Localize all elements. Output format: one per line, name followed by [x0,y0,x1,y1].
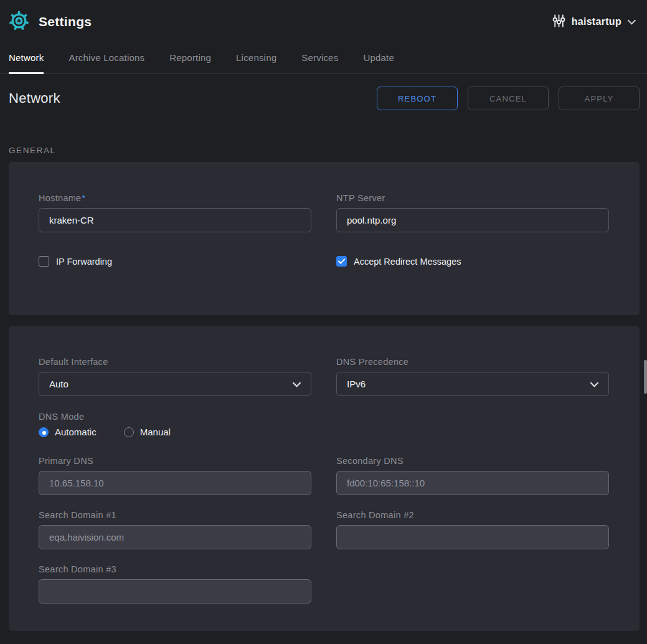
secondary-dns-input [336,471,609,495]
tab-bar: Network Archive Locations Reporting Lice… [0,44,647,74]
reboot-button[interactable]: REBOOT [377,87,458,110]
page-toolbar: Network REBOOT CANCEL APPLY [9,87,640,110]
accept-redirect-checkbox[interactable] [336,256,347,267]
tab-archive-locations[interactable]: Archive Locations [68,52,144,74]
primary-dns-field-group: Primary DNS [39,456,311,495]
default-interface-value: Auto [49,379,68,389]
ntp-server-field-group: NTP Server [336,193,609,232]
dns-mode-manual-radio[interactable] [124,427,134,437]
app-title: Settings [39,14,92,29]
default-interface-label: Default Interface [39,357,311,367]
checkmark-icon [338,258,345,264]
search-domain-2-input [336,525,609,549]
app-header: Settings haistartup [0,0,647,44]
required-asterisk: * [82,193,86,203]
page-title: Network [9,90,60,107]
dns-mode-automatic-radio-row[interactable]: Automatic [39,427,97,437]
search-domain-1-label: Search Domain #1 [39,510,311,521]
dns-mode-field-group: DNS Mode Automatic Manual [39,412,610,437]
dns-mode-automatic-label: Automatic [55,427,97,437]
dns-mode-label: DNS Mode [39,412,610,422]
dns-precedence-select[interactable]: IPv6 [336,372,609,396]
ntp-server-input[interactable] [336,208,609,232]
dns-mode-manual-label: Manual [140,427,171,437]
tab-reporting[interactable]: Reporting [169,52,211,74]
cancel-button[interactable]: CANCEL [468,87,549,110]
ntp-server-label: NTP Server [336,193,609,204]
search-domain-1-field-group: Search Domain #1 [39,510,311,549]
tab-update[interactable]: Update [363,52,394,74]
search-domain-2-label: Search Domain #2 [336,510,609,521]
search-domain-3-input [39,579,311,604]
general-section-label: GENERAL [9,146,638,155]
tab-network[interactable]: Network [9,52,44,74]
user-menu[interactable]: haistartup [552,14,636,31]
tab-services[interactable]: Services [301,52,338,74]
network-settings-card: Default Interface Auto DNS Precedence IP… [9,326,640,631]
chevron-down-icon [590,379,598,390]
hostname-label: Hostname* [39,193,311,204]
default-interface-select[interactable]: Auto [39,372,311,396]
apply-button[interactable]: APPLY [559,87,640,110]
accept-redirect-label: Accept Redirect Messages [354,257,461,267]
dns-precedence-label: DNS Precedence [336,357,609,367]
tab-licensing[interactable]: Licensing [236,52,276,74]
secondary-dns-label: Secondary DNS [336,456,609,466]
ip-forwarding-checkbox[interactable] [39,256,49,267]
primary-dns-input [39,471,311,495]
chevron-down-icon [628,16,636,27]
user-name: haistartup [572,16,621,27]
secondary-dns-field-group: Secondary DNS [336,456,609,495]
settings-gear-icon [9,11,29,34]
dns-mode-automatic-radio[interactable] [39,427,49,437]
primary-dns-label: Primary DNS [39,456,311,466]
dns-precedence-field-group: DNS Precedence IPv6 [336,357,609,396]
chevron-down-icon [293,379,301,390]
ip-forwarding-label: IP Forwarding [56,257,112,267]
search-domain-3-label: Search Domain #3 [39,564,311,575]
dns-mode-manual-radio-row[interactable]: Manual [124,427,171,437]
dns-precedence-value: IPv6 [347,379,366,389]
ip-forwarding-checkbox-row[interactable]: IP Forwarding [39,256,311,267]
accept-redirect-checkbox-row[interactable]: Accept Redirect Messages [336,256,609,267]
default-interface-field-group: Default Interface Auto [39,357,311,396]
search-domain-2-field-group: Search Domain #2 [336,510,609,549]
hostname-input[interactable] [39,208,311,232]
search-domain-3-field-group: Search Domain #3 [39,564,311,604]
search-domain-1-input [39,525,311,549]
sliders-icon [552,14,565,31]
hostname-field-group: Hostname* [39,193,311,232]
vertical-scrollbar-thumb[interactable] [644,360,647,394]
general-card: Hostname* NTP Server IP Forwarding Accep… [9,162,640,315]
